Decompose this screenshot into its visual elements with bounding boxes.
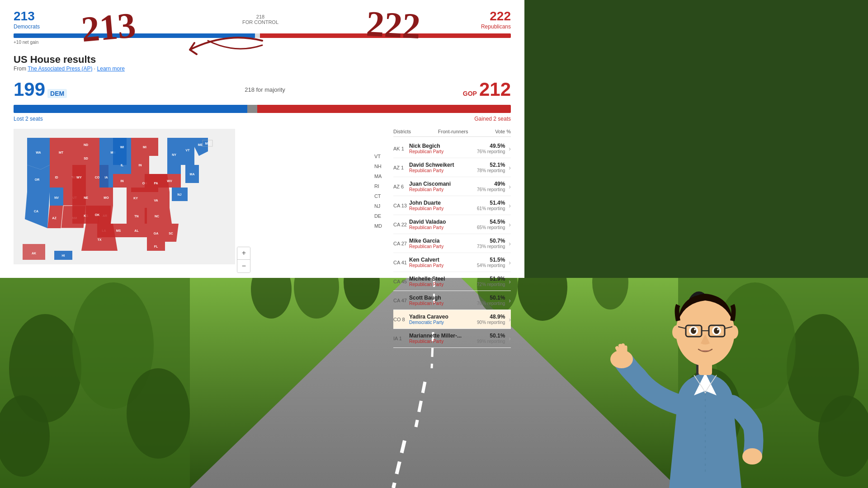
vote-pct-8: 50.1% 76% reporting bbox=[477, 295, 505, 306]
svg-point-145 bbox=[717, 328, 719, 330]
svg-text:ND: ND bbox=[84, 143, 88, 146]
vote-pct-2: 49% 76% reporting bbox=[477, 181, 505, 192]
svg-text:MA: MA bbox=[190, 173, 195, 176]
svg-text:CO: CO bbox=[95, 176, 100, 179]
candidate-name-8: Scott Baugh bbox=[409, 295, 477, 301]
svg-point-108 bbox=[127, 368, 190, 459]
candidate-info-8: Scott Baugh Republican Party bbox=[409, 295, 477, 306]
svg-line-129 bbox=[617, 348, 619, 352]
rep-label: Republicans bbox=[481, 23, 511, 30]
dem-votes: 199 DEM bbox=[14, 79, 67, 100]
candidate-party-2: Republican Party bbox=[409, 187, 477, 192]
svg-text:VT: VT bbox=[186, 149, 190, 152]
vote-pct-num-4: 54.5% bbox=[477, 219, 505, 225]
vote-pct-num-0: 49.5% bbox=[477, 143, 505, 149]
majority-label: 218 for majority bbox=[245, 86, 285, 93]
vote-pct-num-6: 51.5% bbox=[477, 257, 505, 263]
svg-text:PA: PA bbox=[154, 182, 158, 185]
vote-pct-7: 51.9% 72% reporting bbox=[477, 276, 505, 287]
gained-seats-label: Gained 2 seats bbox=[474, 116, 511, 122]
svg-text:CA: CA bbox=[34, 210, 38, 213]
svg-text:AL: AL bbox=[134, 229, 139, 232]
districts-col-header: Districts bbox=[393, 129, 411, 134]
for-control-label: FOR CONTROL bbox=[242, 19, 278, 25]
results-section: Districts Front-runners Vote % AK 1 Nick… bbox=[393, 129, 511, 348]
svg-text:HI: HI bbox=[62, 254, 65, 257]
dem-vote-num: 199 bbox=[14, 79, 45, 100]
chevron-icon-6: › bbox=[509, 259, 511, 266]
page-title: US House results bbox=[14, 54, 511, 66]
presenter-area bbox=[524, 278, 868, 488]
side-states-list: VT NH MA RI CT NJ DE MD bbox=[374, 151, 382, 231]
district-label-1: AZ 1 bbox=[393, 165, 409, 170]
candidate-info-6: Ken Calvert Republican Party bbox=[409, 257, 477, 268]
svg-marker-57 bbox=[81, 224, 118, 251]
subtitle: From The Associated Press (AP) · Learn m… bbox=[14, 66, 511, 72]
vote-pct-4: 54.5% 65% reporting bbox=[477, 219, 505, 230]
svg-text:NV: NV bbox=[54, 196, 59, 199]
rep-header: 222 Republicans bbox=[481, 9, 511, 30]
svg-text:SD: SD bbox=[84, 157, 88, 160]
svg-text:WV: WV bbox=[167, 179, 172, 183]
side-state-nj: NJ bbox=[374, 201, 382, 211]
result-row-9[interactable]: CO 8 Yadira Caraveo Democratic Party 48.… bbox=[393, 310, 511, 329]
svg-text:IN: IN bbox=[139, 164, 142, 167]
vote-pct-num-7: 51.9% bbox=[477, 276, 505, 282]
svg-text:VA: VA bbox=[154, 199, 158, 202]
main-content: WA OR CA MT ID WY NV bbox=[14, 129, 511, 348]
candidate-name-4: David Valadao bbox=[409, 219, 477, 225]
candidate-party-3: Republican Party bbox=[409, 206, 477, 211]
svg-text:WY: WY bbox=[76, 176, 82, 179]
zoom-out-button[interactable]: − bbox=[237, 260, 250, 272]
result-row-0[interactable]: AK 1 Nick Begich Republican Party 49.5% … bbox=[393, 139, 511, 158]
svg-text:IA: IA bbox=[105, 176, 108, 179]
result-row-7[interactable]: CA 45 Michelle Steel Republican Party 51… bbox=[393, 272, 511, 291]
svg-point-141 bbox=[694, 328, 696, 330]
svg-text:MT: MT bbox=[59, 151, 64, 154]
result-row-5[interactable]: CA 27 Mike Garcia Republican Party 50.7%… bbox=[393, 234, 511, 253]
gop-votes: GOP 212 bbox=[463, 79, 511, 100]
dem-header: 213 Democrats bbox=[14, 9, 40, 30]
svg-text:OK: OK bbox=[95, 213, 100, 216]
result-row-8[interactable]: CA 47 Scott Baugh Republican Party 50.1%… bbox=[393, 291, 511, 310]
lost-seats-label: Lost 2 seats bbox=[14, 116, 43, 122]
candidate-party-0: Republican Party bbox=[409, 149, 477, 154]
result-row-3[interactable]: CA 13 John Duarte Republican Party 51.4%… bbox=[393, 196, 511, 215]
svg-line-131 bbox=[623, 345, 624, 351]
side-state-ct: CT bbox=[374, 191, 382, 201]
result-row-2[interactable]: AZ 6 Juan Ciscomani Republican Party 49%… bbox=[393, 177, 511, 196]
candidate-name-9: Yadira Caraveo bbox=[409, 314, 477, 320]
us-map: WA OR CA MT ID WY NV bbox=[14, 129, 235, 264]
candidate-info-7: Michelle Steel Republican Party bbox=[409, 276, 477, 287]
vote-pct-3: 51.4% 61% reporting bbox=[477, 200, 505, 211]
candidate-info-2: Juan Ciscomani Republican Party bbox=[409, 181, 477, 192]
majority-number: 218 bbox=[256, 14, 264, 19]
result-row-6[interactable]: CA 41 Ken Calvert Republican Party 51.5%… bbox=[393, 253, 511, 272]
vote-pct-0: 49.5% 76% reporting bbox=[477, 143, 505, 154]
gop-tag: GOP bbox=[463, 90, 477, 97]
svg-text:WA: WA bbox=[36, 151, 41, 154]
side-state-de: DE bbox=[374, 211, 382, 221]
zoom-in-button[interactable]: + bbox=[237, 247, 250, 260]
svg-text:WI: WI bbox=[120, 145, 124, 149]
reporting-text-2: 76% reporting bbox=[477, 187, 505, 192]
district-label-0: AK 1 bbox=[393, 146, 409, 151]
front-runners-col-header: Front-runners bbox=[438, 129, 468, 134]
candidate-party-8: Republican Party bbox=[409, 301, 477, 306]
ap-link[interactable]: The Associated Press (AP) bbox=[28, 66, 92, 72]
svg-text:AZ: AZ bbox=[52, 216, 57, 220]
reporting-text-6: 54% reporting bbox=[477, 263, 505, 268]
district-label-5: CA 27 bbox=[393, 241, 409, 246]
result-row-10[interactable]: IA 1 Mariannette Miller-... Republican P… bbox=[393, 329, 511, 348]
reporting-text-7: 72% reporting bbox=[477, 282, 505, 287]
candidate-name-10: Mariannette Miller-... bbox=[409, 333, 477, 339]
dem-progress bbox=[14, 33, 255, 38]
result-row-4[interactable]: CA 22 David Valadao Republican Party 54.… bbox=[393, 215, 511, 234]
svg-text:TX: TX bbox=[98, 238, 102, 241]
result-row-1[interactable]: AZ 1 David Schweikert Republican Party 5… bbox=[393, 158, 511, 177]
rep-vote-bar bbox=[257, 105, 511, 113]
side-state-vt: VT bbox=[374, 151, 382, 161]
side-state-md: MD bbox=[374, 221, 382, 231]
candidate-info-10: Mariannette Miller-... Republican Party bbox=[409, 333, 477, 344]
learn-more-link[interactable]: Learn more bbox=[97, 66, 125, 72]
